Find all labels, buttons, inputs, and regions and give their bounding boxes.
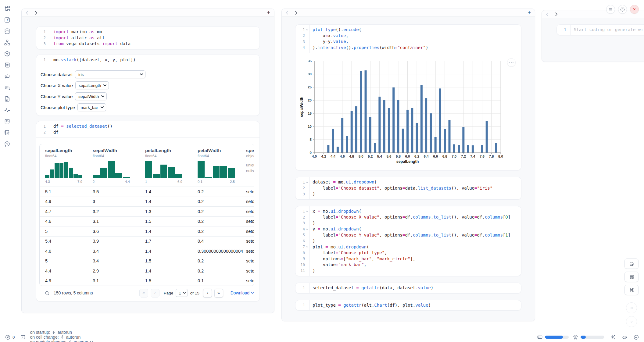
sidebar-functions-button[interactable]: f [3, 16, 11, 23]
errors-indicator[interactable]: 0 [5, 334, 15, 340]
helper-sidebar: f [0, 0, 20, 148]
sidebar-logs-button[interactable] [3, 61, 11, 69]
table-row: 4.42.91.40.2setosa [40, 266, 254, 276]
runtime-config-on-module-change[interactable]: on module change:autorun [26, 340, 98, 342]
scroll-left-button[interactable] [26, 11, 28, 15]
save-icon [629, 261, 634, 266]
code-editor[interactable]: 1selected_dataset = getattr(data, datase… [295, 283, 521, 293]
dropdown-select[interactable]: sepalLength [75, 81, 109, 89]
page-select[interactable]: 1 [176, 289, 188, 297]
dropdown-label: Choose X value [41, 83, 73, 88]
code-editor[interactable]: 1mo.vstack([dataset, x, y, plot]) [36, 55, 259, 65]
sidebar-activity-button[interactable] [3, 106, 11, 114]
save-button[interactable] [624, 258, 639, 269]
prev-page-button[interactable]: ‹ [151, 289, 159, 297]
dropdown-select[interactable]: iris [75, 70, 145, 78]
column-scratch: 1 Start coding or generate with AI [542, 10, 644, 62]
dataframe-table: sepalLengthfloat644.37.9sepalWidthfloat6… [39, 144, 254, 286]
chevron-down-icon [101, 84, 106, 86]
notebook-actions [606, 5, 639, 14]
sidebar-scratchpad-button[interactable] [3, 129, 11, 136]
column-header[interactable]: petalLengthfloat6416.9 [140, 144, 192, 187]
download-button[interactable]: Download [231, 290, 254, 295]
zap-icon [60, 335, 65, 339]
bar-chart[interactable]: 051015202530354.04.24.44.64.85.05.25.45.… [295, 53, 521, 170]
code-editor[interactable]: 12df = selected_dataset()df [36, 121, 259, 137]
notebook-cell-vstack: 1mo.vstack([dataset, x, y, plot])Choose … [36, 55, 259, 116]
next-page-button[interactable]: › [203, 289, 212, 297]
svg-text:6.6: 6.6 [433, 155, 438, 158]
svg-text:0: 0 [310, 151, 312, 155]
scroll-left-button[interactable] [546, 12, 549, 16]
column-header[interactable]: speciesobjectunique:nulls: [243, 144, 254, 187]
svg-text:7.6: 7.6 [480, 155, 485, 158]
sidebar-chatbot-button[interactable] [3, 73, 11, 80]
dropdown-label: Choose Y value [41, 94, 73, 99]
dropdown-select[interactable]: mark_bar [77, 103, 106, 111]
gear-icon [620, 7, 625, 12]
stop-button[interactable] [626, 302, 637, 313]
last-page-button[interactable]: » [214, 289, 223, 297]
sidebar-dependency-graph-button[interactable] [3, 39, 11, 46]
notebook-cell-dataset-dropdown: 123dataset = mo.ui.dropdown( label="Choo… [295, 177, 521, 199]
shortcuts-button[interactable] [624, 285, 639, 295]
robot-icon [622, 334, 628, 340]
search-list-icon [4, 84, 10, 91]
sidebar-package-button[interactable] [3, 50, 11, 57]
svg-text:4.0: 4.0 [312, 155, 317, 158]
svg-text:sepalWidth: sepalWidth [299, 97, 304, 117]
svg-text:4.4: 4.4 [331, 155, 336, 158]
code-editor[interactable]: 123dataset = mo.ui.dropdown( label="Choo… [295, 177, 521, 199]
code-editor[interactable]: 1plot_type = getattr(alt.Chart(df), plot… [295, 300, 521, 311]
column-histogram [45, 161, 82, 178]
settings-button[interactable] [618, 5, 627, 14]
chevron-down-icon [138, 73, 143, 75]
assistant-button[interactable] [622, 334, 628, 340]
column-header[interactable]: petalWidthfloat640.12.5 [192, 144, 243, 187]
dropdown-label: Choose plot type [41, 105, 75, 110]
column-histogram [198, 161, 235, 178]
scroll-left-button[interactable] [286, 11, 288, 15]
svg-text:5.8: 5.8 [396, 155, 401, 158]
runtime-config-on-cell-change[interactable]: on cell change:autorun [26, 335, 85, 340]
first-page-button[interactable]: « [139, 289, 148, 297]
table-row: 4.93.11.50.1setosa [40, 276, 254, 286]
scroll-right-button[interactable] [35, 11, 38, 15]
svg-text:8.0: 8.0 [498, 155, 503, 158]
table-summary: 150 rows, 5 columns [54, 290, 93, 295]
sidebar-document-button[interactable] [3, 95, 11, 102]
dropdown-select[interactable]: sepalWidth [75, 92, 107, 100]
runtime-config-on-startup[interactable]: on startup:autorun [26, 330, 77, 335]
scroll-right-button[interactable] [555, 12, 558, 16]
sidebar-file-tree-button[interactable] [3, 5, 11, 12]
status-check-button[interactable] [633, 334, 639, 340]
close-app-button[interactable] [630, 5, 639, 14]
scroll-right-button[interactable] [295, 11, 298, 15]
code-editor[interactable]: 1234567891011x = mo.ui.dropdown( label="… [295, 206, 521, 276]
chart-menu-button[interactable] [507, 58, 516, 67]
terminal-icon [20, 334, 26, 340]
new-cell-editor[interactable]: 1 Start coding or generate with AI [557, 25, 644, 35]
run-button[interactable] [626, 316, 637, 327]
column-header[interactable]: sepalWidthfloat6424.4 [87, 144, 140, 187]
add-column-button[interactable]: + [528, 10, 531, 16]
search-button[interactable] [45, 290, 50, 296]
dataframe-output: sepalLengthfloat644.37.9sepalWidthfloat6… [36, 137, 259, 301]
page-label: Page [164, 291, 174, 295]
sidebar-help-button[interactable] [3, 140, 11, 148]
ai-button[interactable] [610, 334, 616, 340]
generate-link[interactable]: generate [615, 27, 635, 32]
sidebar-output-code-button[interactable] [3, 118, 11, 125]
sidebar-search-list-button[interactable] [3, 84, 11, 91]
layout-button[interactable] [624, 272, 639, 282]
code-editor[interactable]: 123import marimo as moimport altair as a… [36, 27, 259, 49]
column-header[interactable]: sepalLengthfloat644.37.9 [40, 144, 87, 187]
stop-icon [629, 306, 634, 310]
zap-icon [52, 330, 56, 334]
code-editor[interactable]: 1234plot_type().encode( x=x.value, y=y.v… [295, 25, 521, 53]
add-column-button[interactable]: + [267, 10, 270, 16]
terminal-button[interactable] [20, 334, 26, 340]
menu-button[interactable] [606, 5, 615, 14]
sidebar-database-button[interactable] [3, 27, 11, 35]
cpu-meter [573, 334, 604, 340]
